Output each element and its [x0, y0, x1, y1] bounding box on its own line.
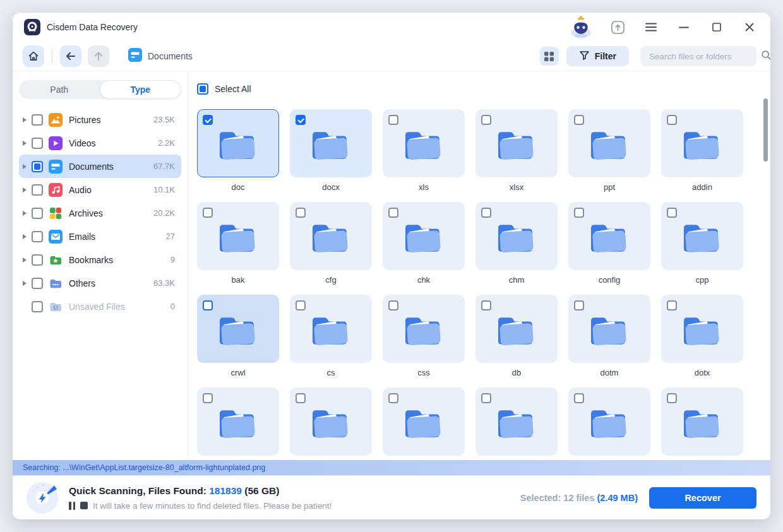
sidebar-item-emails[interactable]: Emails27 — [19, 225, 181, 248]
archives-icon — [49, 206, 63, 220]
folder-tile-docx[interactable] — [290, 109, 372, 177]
back-button[interactable] — [60, 45, 81, 67]
sidebar-item-bookmarks[interactable]: Bookmarks9 — [19, 248, 181, 271]
sidebar-item-checkbox[interactable] — [32, 184, 43, 196]
expander-icon[interactable] — [23, 211, 27, 216]
folder-checkbox[interactable] — [296, 393, 306, 403]
sidebar-item-pictures[interactable]: Pictures23.5K — [19, 108, 181, 131]
folder-checkbox[interactable] — [203, 115, 213, 125]
folder-label: chm — [475, 275, 558, 285]
sidebar-item-videos[interactable]: Videos2.2K — [19, 131, 181, 155]
folder-checkbox[interactable] — [296, 208, 306, 218]
folder-checkbox[interactable] — [296, 300, 306, 310]
file-grid-panel: Select All docdocxxlsxlsxpptaddinbakcfgc… — [188, 71, 770, 460]
folder-tile-dotx[interactable] — [661, 295, 743, 363]
folder-tile-addin[interactable] — [661, 109, 743, 177]
filter-button[interactable]: Filter — [566, 46, 629, 66]
folder-checkbox[interactable] — [388, 115, 398, 125]
sidebar-item-checkbox[interactable] — [32, 231, 43, 242]
sidebar-item-checkbox[interactable] — [32, 254, 43, 266]
folder-tile-doc[interactable] — [197, 109, 279, 177]
maximize-button[interactable] — [710, 20, 724, 34]
close-button[interactable] — [743, 20, 756, 34]
tab-type[interactable]: Type — [100, 80, 182, 99]
folder-tile-cfg[interactable] — [290, 202, 372, 270]
expander-icon[interactable] — [23, 187, 27, 192]
view-grid-button[interactable] — [540, 47, 559, 66]
folder-tile-crwl[interactable] — [197, 295, 279, 363]
folder-checkbox[interactable] — [574, 393, 584, 403]
folder-tile-cpp[interactable] — [661, 202, 743, 270]
home-button[interactable] — [23, 45, 44, 67]
sidebar-item-checkbox[interactable] — [32, 114, 43, 126]
folder-checkbox[interactable] — [667, 393, 677, 403]
sidebar-item-checkbox[interactable] — [32, 138, 43, 149]
sidebar-item-unsaved-files[interactable]: Unsaved Files0 — [19, 295, 181, 318]
folder-tile-cutoff-19[interactable] — [290, 387, 372, 456]
folder-checkbox[interactable] — [667, 115, 677, 125]
folder-tile-ppt[interactable] — [568, 109, 650, 177]
folder-tile-dotm[interactable] — [568, 295, 650, 363]
folder-checkbox[interactable] — [203, 393, 213, 403]
recover-button[interactable]: Recover — [649, 487, 756, 509]
expander-icon[interactable] — [23, 141, 27, 146]
folder-checkbox[interactable] — [296, 115, 306, 125]
folder-checkbox[interactable] — [203, 300, 213, 310]
folder-checkbox[interactable] — [481, 208, 491, 218]
menu-icon[interactable] — [644, 20, 658, 34]
folder-checkbox[interactable] — [574, 208, 584, 218]
folder-tile-chm[interactable] — [475, 202, 558, 270]
sidebar-item-others[interactable]: Others63.3K — [19, 271, 181, 295]
search-icon[interactable] — [761, 50, 770, 63]
expander-icon[interactable] — [23, 234, 27, 239]
vertical-scrollbar[interactable] — [763, 98, 768, 162]
folder-checkbox[interactable] — [388, 393, 398, 403]
folder-tile-bak[interactable] — [197, 202, 279, 270]
up-button[interactable] — [88, 45, 109, 67]
sidebar-item-checkbox[interactable] — [32, 301, 43, 312]
folder-checkbox[interactable] — [574, 115, 584, 125]
folder-cell: cs — [290, 295, 372, 378]
folder-checkbox[interactable] — [203, 208, 213, 218]
update-icon[interactable] — [611, 20, 625, 35]
folder-checkbox[interactable] — [481, 115, 491, 125]
folder-tile-cutoff-22[interactable] — [568, 387, 650, 456]
folder-tile-cs[interactable] — [290, 295, 372, 363]
stop-button[interactable] — [80, 502, 88, 509]
select-all-checkbox[interactable] — [197, 83, 208, 95]
tab-path[interactable]: Path — [19, 80, 100, 99]
folder-tile-xls[interactable] — [383, 109, 465, 177]
folder-checkbox[interactable] — [481, 300, 491, 310]
folder-checkbox[interactable] — [574, 300, 584, 310]
folder-tile-db[interactable] — [475, 295, 558, 363]
folder-tile-cutoff-18[interactable] — [197, 387, 279, 456]
folder-checkbox[interactable] — [667, 300, 677, 310]
expander-icon[interactable] — [23, 257, 27, 263]
search-input[interactable] — [649, 52, 761, 61]
expander-icon[interactable] — [23, 164, 27, 169]
folder-checkbox[interactable] — [388, 300, 398, 310]
sidebar-item-checkbox[interactable] — [32, 161, 43, 172]
sidebar-item-audio[interactable]: Audio10.1K — [19, 178, 181, 201]
sidebar-item-checkbox[interactable] — [32, 208, 43, 219]
folder-checkbox[interactable] — [481, 393, 491, 403]
folder-tile-cutoff-21[interactable] — [475, 387, 558, 456]
expander-icon[interactable] — [23, 117, 27, 122]
folder-tile-css[interactable] — [383, 295, 465, 363]
folder-tile-cutoff-20[interactable] — [383, 387, 465, 456]
folder-checkbox[interactable] — [667, 208, 677, 218]
folder-tile-config[interactable] — [568, 202, 650, 270]
folder-tile-chk[interactable] — [383, 202, 465, 270]
minimize-button[interactable] — [677, 20, 691, 34]
sidebar-item-checkbox[interactable] — [32, 278, 43, 289]
folder-tile-xlsx[interactable] — [475, 109, 558, 177]
folder-icon — [309, 127, 352, 163]
folder-tile-cutoff-23[interactable] — [661, 387, 743, 456]
sidebar-item-archives[interactable]: Archives20.2K — [19, 201, 181, 225]
pause-button[interactable] — [69, 502, 75, 510]
folder-checkbox[interactable] — [388, 208, 398, 218]
mascot-icon[interactable] — [566, 15, 595, 40]
expander-icon[interactable] — [23, 281, 27, 286]
breadcrumb-label[interactable]: Documents — [148, 51, 193, 61]
sidebar-item-documents[interactable]: Documents67.7K — [19, 155, 181, 178]
